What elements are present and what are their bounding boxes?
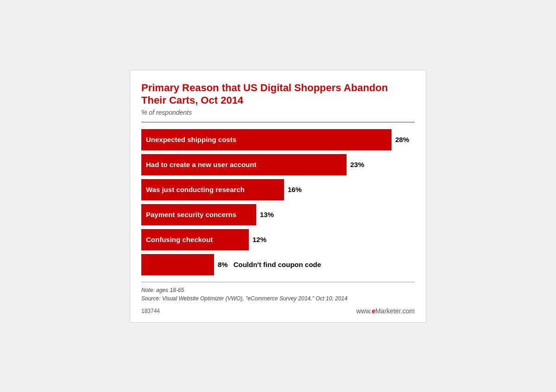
bar-label-bar-account: Had to create a new user account bbox=[146, 161, 256, 168]
chart-subtitle: % of respondents bbox=[141, 109, 415, 116]
chart-container: Primary Reason that US Digital Shoppers … bbox=[130, 70, 426, 323]
bar-row-bar-coupon: 8%Couldn't find coupon code bbox=[141, 254, 415, 275]
top-divider bbox=[141, 122, 415, 123]
footer-bottom: 183744 www.eMarketer.com bbox=[141, 307, 415, 315]
bar-pct-bar-research: 16% bbox=[288, 186, 302, 193]
bar-label-bar-checkout: Confusing checkout bbox=[146, 236, 213, 243]
bar-pct-bar-shipping: 28% bbox=[395, 136, 409, 143]
bar-wrapper-bar-checkout: Confusing checkout12% bbox=[141, 229, 266, 250]
bar-label-bar-research: Was just conducting research bbox=[146, 186, 245, 193]
bar-fill-bar-coupon bbox=[141, 254, 214, 275]
bar-wrapper-bar-account: Had to create a new user account23% bbox=[141, 154, 364, 175]
bar-label-bar-payment: Payment security concerns bbox=[146, 211, 236, 218]
bar-pct-bar-account: 23% bbox=[350, 161, 364, 168]
bar-row-bar-checkout: Confusing checkout12% bbox=[141, 229, 415, 250]
bar-fill-bar-account: Had to create a new user account bbox=[141, 154, 347, 175]
bar-wrapper-bar-research: Was just conducting research16% bbox=[141, 179, 302, 200]
bar-extra-label-bar-coupon: Couldn't find coupon code bbox=[234, 261, 321, 268]
bar-row-bar-payment: Payment security concerns13% bbox=[141, 204, 415, 225]
bar-wrapper-bar-payment: Payment security concerns13% bbox=[141, 204, 274, 225]
bar-row-bar-account: Had to create a new user account23% bbox=[141, 154, 415, 175]
footer-id: 183744 bbox=[141, 308, 160, 314]
bar-pct-bar-coupon: 8% bbox=[218, 261, 228, 268]
bar-fill-bar-checkout: Confusing checkout bbox=[141, 229, 249, 250]
bar-fill-bar-shipping: Unexpected shipping costs bbox=[141, 129, 392, 150]
bar-pct-bar-payment: 13% bbox=[260, 211, 274, 218]
bar-pct-bar-checkout: 12% bbox=[253, 236, 266, 243]
bar-wrapper-bar-coupon: 8%Couldn't find coupon code bbox=[141, 254, 321, 275]
bars-container: Unexpected shipping costs28%Had to creat… bbox=[141, 129, 415, 275]
footer-note: Note: ages 18-65 Source: Visual Website … bbox=[141, 286, 415, 303]
bar-row-bar-research: Was just conducting research16% bbox=[141, 179, 415, 200]
bar-fill-bar-payment: Payment security concerns bbox=[141, 204, 256, 225]
footer-brand: www.eMarketer.com bbox=[356, 307, 415, 315]
footer-divider bbox=[141, 282, 415, 282]
bar-wrapper-bar-shipping: Unexpected shipping costs28% bbox=[141, 129, 409, 150]
chart-title: Primary Reason that US Digital Shoppers … bbox=[141, 81, 415, 107]
bar-row-bar-shipping: Unexpected shipping costs28% bbox=[141, 129, 415, 150]
bar-label-bar-shipping: Unexpected shipping costs bbox=[146, 136, 236, 143]
bar-fill-bar-research: Was just conducting research bbox=[141, 179, 284, 200]
